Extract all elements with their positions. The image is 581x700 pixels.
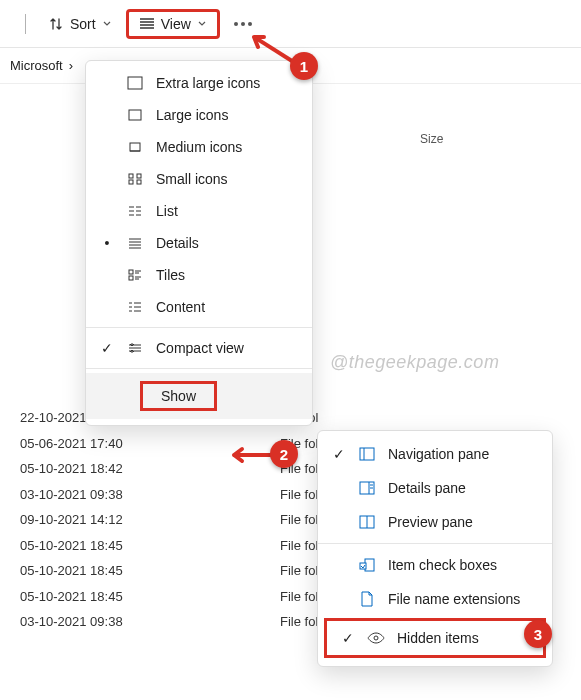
- menu-item-list[interactable]: List: [86, 195, 312, 227]
- check-icon: ✓: [332, 446, 346, 462]
- delete-icon: [8, 14, 26, 34]
- more-button[interactable]: [224, 16, 262, 32]
- small-icon: [128, 173, 142, 185]
- view-icon: [139, 17, 155, 31]
- watermark: @thegeekpage.com: [330, 352, 499, 373]
- compact-icon: [128, 342, 142, 354]
- check-icon: ✓: [100, 340, 114, 356]
- cell-date: 05-10-2021 18:45: [20, 561, 280, 581]
- menu-label: Details pane: [388, 480, 466, 496]
- chevron-right-icon: ›: [69, 58, 73, 73]
- svg-rect-1: [129, 110, 141, 120]
- menu-label: Details: [156, 235, 199, 251]
- cell-date: 03-10-2021 09:38: [20, 612, 280, 632]
- cell-date: 05-10-2021 18:45: [20, 536, 280, 556]
- badge-2: 2: [270, 440, 298, 468]
- breadcrumb-item[interactable]: Microsoft: [10, 58, 63, 73]
- extra-large-icon: [127, 76, 143, 90]
- submenu-navigation-pane[interactable]: ✓Navigation pane: [318, 437, 552, 471]
- cell-date: 03-10-2021 09:38: [20, 485, 280, 505]
- show-submenu: ✓Navigation pane Details pane Preview pa…: [317, 430, 553, 667]
- svg-rect-7: [129, 270, 133, 274]
- large-icon: [128, 109, 142, 121]
- svg-rect-4: [137, 174, 141, 178]
- submenu-preview-pane[interactable]: Preview pane: [318, 505, 552, 539]
- svg-rect-6: [137, 180, 141, 184]
- svg-rect-0: [128, 77, 142, 89]
- view-button[interactable]: View: [126, 9, 220, 39]
- medium-icon: [128, 141, 142, 153]
- menu-label: Item check boxes: [388, 557, 497, 573]
- svg-point-14: [374, 636, 378, 640]
- menu-label: Medium icons: [156, 139, 242, 155]
- sort-label: Sort: [70, 16, 96, 32]
- svg-rect-2: [130, 143, 140, 151]
- menu-item-large[interactable]: Large icons: [86, 99, 312, 131]
- arrow-1: [248, 31, 296, 67]
- separator: [318, 543, 552, 544]
- details-icon: [128, 237, 142, 249]
- col-size[interactable]: Size: [420, 132, 500, 146]
- menu-item-extra-large[interactable]: Extra large icons: [86, 67, 312, 99]
- menu-item-show[interactable]: Show: [86, 373, 312, 419]
- sort-icon: [48, 16, 64, 32]
- dot-icon: [241, 22, 245, 26]
- menu-item-details[interactable]: •Details: [86, 227, 312, 259]
- menu-label: Content: [156, 299, 205, 315]
- submenu-file-extensions[interactable]: File name extensions: [318, 582, 552, 616]
- submenu-hidden-items[interactable]: ✓Hidden items: [324, 618, 546, 658]
- bullet-icon: •: [100, 235, 114, 251]
- menu-item-tiles[interactable]: Tiles: [86, 259, 312, 291]
- tiles-icon: [128, 269, 142, 281]
- view-label: View: [161, 16, 191, 32]
- arrow-2: [228, 446, 276, 464]
- separator: [86, 327, 312, 328]
- cell-date: 09-10-2021 14:12: [20, 510, 280, 530]
- menu-label: Preview pane: [388, 514, 473, 530]
- badge-1: 1: [290, 52, 318, 80]
- menu-label: Navigation pane: [388, 446, 489, 462]
- svg-rect-5: [129, 180, 133, 184]
- sort-button[interactable]: Sort: [38, 10, 122, 38]
- svg-rect-3: [129, 174, 133, 178]
- menu-item-medium[interactable]: Medium icons: [86, 131, 312, 163]
- menu-label: Show: [161, 388, 196, 404]
- checkbox-icon: [359, 558, 375, 572]
- svg-rect-9: [360, 448, 374, 460]
- svg-rect-8: [129, 276, 133, 280]
- check-icon: ✓: [341, 630, 355, 646]
- eye-icon: [367, 631, 385, 645]
- file-ext-icon: [360, 591, 374, 607]
- cell-date: 05-10-2021 18:45: [20, 587, 280, 607]
- view-menu: Extra large icons Large icons Medium ico…: [85, 60, 313, 426]
- menu-item-compact[interactable]: ✓Compact view: [86, 332, 312, 364]
- badge-3: 3: [524, 620, 552, 648]
- menu-item-content[interactable]: Content: [86, 291, 312, 323]
- menu-label: List: [156, 203, 178, 219]
- menu-label: Small icons: [156, 171, 228, 187]
- nav-pane-icon: [359, 447, 375, 461]
- dot-icon: [234, 22, 238, 26]
- content-icon: [128, 301, 142, 313]
- menu-label: Large icons: [156, 107, 228, 123]
- menu-item-small[interactable]: Small icons: [86, 163, 312, 195]
- submenu-item-checkboxes[interactable]: Item check boxes: [318, 548, 552, 582]
- menu-label: Tiles: [156, 267, 185, 283]
- list-icon: [128, 205, 142, 217]
- separator: [86, 368, 312, 369]
- details-pane-icon: [359, 481, 375, 495]
- dot-icon: [248, 22, 252, 26]
- menu-label: Extra large icons: [156, 75, 260, 91]
- menu-label: File name extensions: [388, 591, 520, 607]
- preview-pane-icon: [359, 515, 375, 529]
- submenu-details-pane[interactable]: Details pane: [318, 471, 552, 505]
- chevron-down-icon: [102, 19, 112, 29]
- chevron-down-icon: [197, 19, 207, 29]
- menu-label: Hidden items: [397, 630, 479, 646]
- menu-label: Compact view: [156, 340, 244, 356]
